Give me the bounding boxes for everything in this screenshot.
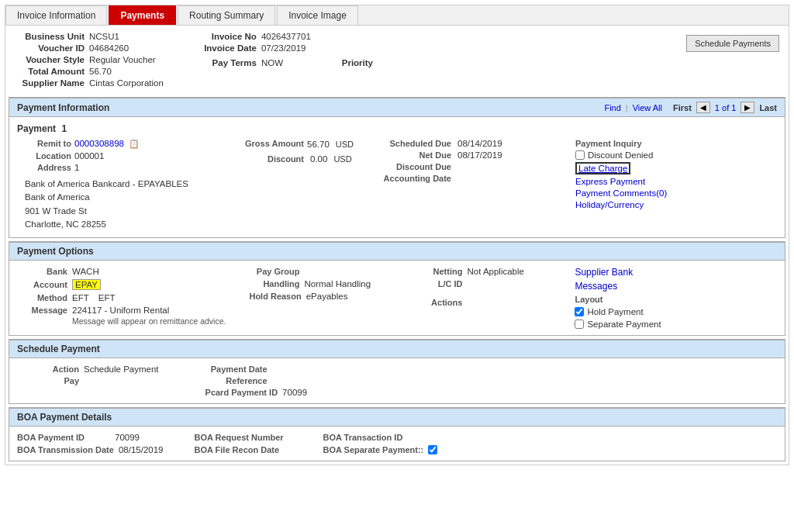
bank-sub: Bank of America (25, 191, 226, 204)
payment-inquiry-col: Payment Inquiry Discount Denied Late Cha… (575, 139, 699, 231)
hold-payment-checkbox[interactable] (575, 307, 584, 316)
sched-col-1: Action Schedule Payment Pay (17, 364, 159, 397)
address-label: Address (17, 163, 71, 172)
tab-bar: Invoice Information Payments Routing Sum… (5, 5, 789, 26)
payment-middle-col: Gross Amount 56.70 USD Discount 0.00 USD (242, 139, 366, 231)
remit-link[interactable]: 0000308898 (74, 139, 124, 148)
tab-routing-summary[interactable]: Routing Summary (178, 5, 275, 25)
account-value: EPAY (72, 279, 101, 290)
boa-col-2: BOA Request Number BOA File Recon Date (194, 433, 292, 454)
invoice-no-value: 4026437701 (261, 32, 311, 41)
net-due-value: 08/17/2019 (457, 150, 502, 160)
boa-payment-id-label: BOA Payment ID (17, 433, 110, 442)
handling-label: Handling (249, 279, 299, 288)
separate-payment-row: Separate Payment (575, 320, 683, 329)
remit-icon[interactable]: 📋 (129, 139, 140, 149)
pay-label: Pay (17, 376, 79, 385)
pay-terms-value: NOW (261, 58, 283, 67)
invoice-no-label: Invoice No (195, 32, 257, 41)
hold-reason-value: ePayables (306, 292, 348, 301)
boa-title: BOA Payment Details (17, 412, 112, 423)
boa-separate-payment-label: BOA Separate Payment:: (323, 445, 423, 454)
first-label[interactable]: First (673, 103, 692, 112)
payment-info-header: Payment Information Find | View All Firs… (9, 98, 785, 117)
message-value: 224117 - Uniform Rental (72, 306, 226, 315)
address-value: 1 (74, 163, 79, 172)
tab-invoice-image[interactable]: Invoice Image (277, 5, 358, 25)
prev-arrow[interactable]: ◀ (696, 102, 710, 113)
boa-separate-payment-checkbox[interactable] (428, 445, 437, 454)
boa-grid: BOA Payment ID 70099 BOA Transmission Da… (17, 433, 777, 454)
account-label: Account (17, 280, 67, 289)
pcard-payment-id-label: Pcard Payment ID (205, 388, 278, 397)
voucher-id-label: Voucher ID (15, 43, 85, 53)
actions-label: Actions (412, 298, 462, 307)
supplier-bank-link[interactable]: Supplier Bank (575, 267, 683, 278)
sched-col-2: Payment Date Reference Pcard Payment ID … (205, 364, 308, 397)
discount-denied-checkbox[interactable] (575, 150, 585, 160)
schedule-payment-header: Schedule Payment (9, 340, 785, 358)
bank-label: Bank (17, 267, 67, 276)
find-link[interactable]: Find (604, 103, 620, 112)
hold-reason-label: Hold Reason (249, 292, 301, 301)
supplier-name-value: Cintas Corporation (89, 78, 164, 88)
supplier-name-label: Supplier Name (15, 78, 85, 88)
voucher-style-value: Regular Voucher (89, 55, 156, 64)
bank-city: Charlotte, NC 28255 (25, 218, 226, 231)
holiday-currency-link[interactable]: Holiday/Currency (575, 200, 644, 209)
netting-label: Netting (412, 267, 462, 276)
boa-header: BOA Payment Details (9, 408, 785, 427)
pay-terms-label: Pay Terms (195, 58, 257, 67)
hold-payment-row: Hold Payment (575, 307, 683, 316)
gross-amount-label: Gross Amount (242, 139, 304, 148)
scheduled-due-label: Scheduled Due (381, 139, 451, 148)
schedule-payments-button[interactable]: Schedule Payments (686, 35, 779, 52)
next-arrow[interactable]: ▶ (740, 102, 754, 113)
late-charge-link[interactable]: Late Charge (575, 162, 630, 174)
bank-street: 901 W Trade St (25, 205, 226, 218)
discount-currency: USD (333, 154, 351, 164)
discount-value: 0.00 (310, 154, 327, 164)
header-section: Business Unit NCSU1 Voucher ID 04684260 … (5, 26, 789, 94)
lc-id-label: L/C ID (412, 279, 462, 288)
voucher-style-label: Voucher Style (15, 55, 85, 64)
total-amount-value: 56.70 (89, 67, 112, 76)
tab-payments[interactable]: Payments (109, 5, 176, 25)
main-container: Invoice Information Payments Routing Sum… (5, 5, 789, 465)
options-col-3: Netting Not Applicable L/C ID Actions (412, 267, 551, 307)
remit-label: Remit to (17, 139, 71, 148)
discount-label: Discount (242, 154, 304, 164)
view-all-link[interactable]: View All (633, 103, 662, 112)
bank-address: Bank of America Bankcard - EPAYABLES Ban… (25, 178, 226, 231)
payment-number-value: 1 (61, 123, 67, 134)
scheduled-due-value: 08/14/2019 (457, 139, 502, 148)
nav-controls: Find | View All First ◀ 1 of 1 ▶ Last (604, 102, 777, 113)
payment-info-body: Payment 1 Remit to 0000308898 📋 Location… (9, 117, 785, 237)
payment-comments-link[interactable]: Payment Comments(0) (575, 188, 667, 198)
handling-value: Normal Handling (304, 279, 371, 288)
messages-link[interactable]: Messages (575, 281, 683, 292)
gross-currency: USD (336, 140, 354, 149)
options-col-1: Bank WACH Account EPAY Method EFT EFT Me… (17, 267, 226, 326)
separate-payment-checkbox[interactable] (575, 320, 584, 329)
schedule-btn-wrapper: Schedule Payments (686, 32, 779, 88)
layout-label: Layout (575, 295, 683, 304)
boa-payment-id-value: 70099 (115, 433, 140, 442)
reference-label: Reference (205, 376, 268, 385)
payment-number-row: Payment 1 (17, 123, 777, 134)
accounting-date-label: Accounting Date (381, 174, 451, 183)
boa-col-1: BOA Payment ID 70099 BOA Transmission Da… (17, 433, 163, 454)
last-label[interactable]: Last (759, 103, 777, 112)
pcard-payment-id-value: 70099 (282, 388, 307, 397)
boa-body: BOA Payment ID 70099 BOA Transmission Da… (9, 427, 785, 461)
message-label: Message (17, 306, 67, 315)
schedule-payment-body: Action Schedule Payment Pay Payment Date… (9, 358, 785, 403)
hold-payment-label: Hold Payment (587, 307, 643, 316)
boa-payment-details-section: BOA Payment Details BOA Payment ID 70099… (9, 407, 785, 461)
payment-left-col: Remit to 0000308898 📋 Location 000001 Ad… (17, 139, 226, 231)
boa-transmission-date-label: BOA Transmission Date (17, 445, 114, 454)
priority-label: Priority (303, 58, 373, 67)
tab-invoice-information[interactable]: Invoice Information (5, 5, 107, 25)
express-payment-link[interactable]: Express Payment (575, 177, 645, 186)
total-amount-label: Total Amount (15, 67, 85, 76)
